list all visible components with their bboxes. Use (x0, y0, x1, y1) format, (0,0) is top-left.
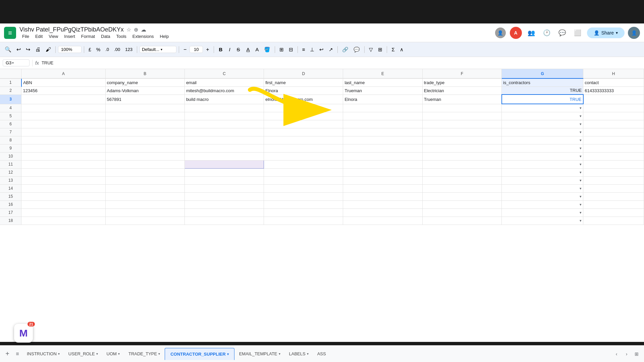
file-title[interactable]: Vishv Patel_FPuPgQizTPbibAOeDKYx (19, 26, 124, 33)
cell-b3[interactable]: 567891 (105, 95, 184, 104)
tab-nav-right[interactable]: › (622, 349, 631, 359)
toolbar-fill-color[interactable]: 🪣 (262, 45, 272, 54)
tab-ass[interactable]: ASS (313, 348, 330, 360)
toolbar-underline[interactable]: A (244, 45, 253, 54)
cell-a1[interactable]: ABN (21, 78, 105, 86)
toolbar-format-123[interactable]: 123 (123, 46, 135, 53)
cell-d2[interactable]: Elnora (264, 86, 343, 95)
menu-data[interactable]: Data (98, 34, 113, 39)
cell-e3[interactable]: Elnora (343, 95, 422, 104)
tab-contractor-supplier[interactable]: CONTRACTOR_SUPPLIER▾ (165, 348, 234, 360)
tab-user-role[interactable]: USER_ROLE▾ (64, 348, 102, 360)
cell-d1[interactable]: first_name (264, 78, 343, 86)
toolbar-bold[interactable]: B (216, 45, 225, 54)
cloud-icon[interactable]: ☁ (141, 26, 146, 33)
toolbar-sum[interactable]: Σ (389, 45, 396, 54)
share-button[interactable]: 👤 Share ▾ (587, 27, 625, 38)
tab-sheet-menu[interactable]: ⊞ (632, 349, 641, 359)
avatar-profile[interactable]: 👤 (628, 27, 640, 39)
toolbar-font-size-plus[interactable]: + (204, 45, 211, 54)
cell-h3[interactable] (583, 95, 644, 104)
toolbar-wrap[interactable]: ↩ (317, 45, 326, 54)
toolbar-decimal-dec[interactable]: .0 (103, 46, 111, 53)
toolbar-more[interactable]: ⊞ (376, 45, 384, 54)
cell-h1[interactable]: contact (583, 78, 644, 86)
cell-g1[interactable]: is_contractors (502, 78, 583, 86)
toolbar-decimal-inc[interactable]: .00 (112, 46, 122, 53)
cell-h2[interactable]: 614333333333 (583, 86, 644, 95)
cell-d3[interactable]: elnora@buildmacro.com (264, 95, 343, 104)
icon-btn-present[interactable]: ⬜ (572, 27, 584, 39)
toolbar-strikethrough[interactable]: S (234, 45, 243, 54)
cell-b1[interactable]: company_name (105, 78, 184, 86)
cell-c1[interactable]: email (184, 78, 264, 86)
toolbar-borders[interactable]: ⊞ (277, 45, 286, 54)
tab-email-template[interactable]: EMAIL_TEMPLATE▾ (235, 348, 284, 360)
col-header-d[interactable]: D (264, 69, 343, 78)
cell-f3[interactable]: Trueman (422, 95, 501, 104)
col-header-g[interactable]: G (502, 69, 583, 78)
col-header-b[interactable]: B (105, 69, 184, 78)
tab-add-button[interactable]: + (3, 349, 12, 359)
tab-labels[interactable]: LABELS▾ (285, 348, 313, 360)
tab-menu-button[interactable]: ≡ (13, 349, 22, 359)
tab-trade-type[interactable]: TRADE_TYPE▾ (124, 348, 164, 360)
cell-b2[interactable]: Adams-Volkman (105, 86, 184, 95)
toolbar-percent[interactable]: % (94, 46, 102, 54)
menu-view[interactable]: View (46, 34, 61, 39)
icon-btn-comment[interactable]: 💬 (556, 27, 568, 39)
toolbar-redo[interactable]: ↪ (24, 45, 32, 54)
toolbar-valign[interactable]: ⊥ (308, 45, 316, 54)
font-size-display[interactable]: 10 (190, 46, 203, 53)
cell-g3-active[interactable] (502, 95, 583, 104)
menu-file[interactable]: File (19, 34, 32, 39)
toolbar-font-size-minus[interactable]: − (181, 45, 189, 54)
toolbar-merge[interactable]: ⊟ (287, 45, 295, 54)
cell-f1[interactable]: trade_type (422, 78, 501, 86)
cell-g2[interactable]: TRUE (502, 86, 583, 95)
col-header-a[interactable]: A (21, 69, 105, 78)
toolbar-search[interactable]: 🔍 (3, 45, 13, 54)
cell-c3[interactable]: build macro (184, 95, 264, 104)
cell-e1[interactable]: last_name (343, 78, 422, 86)
cell-e2[interactable]: Trueman (343, 86, 422, 95)
toolbar-currency[interactable]: £ (87, 46, 93, 54)
font-family-select[interactable]: Default...▾ (140, 46, 176, 53)
toolbar-italic[interactable]: I (226, 45, 233, 54)
zoom-control[interactable]: 100% (58, 46, 82, 53)
col-header-h[interactable]: H (583, 69, 644, 78)
col-header-e[interactable]: E (343, 69, 422, 78)
menu-help[interactable]: Help (157, 34, 171, 39)
menu-tools[interactable]: Tools (113, 34, 129, 39)
tab-uom[interactable]: UOM▾ (103, 348, 124, 360)
toolbar-collapse[interactable]: ∧ (398, 45, 406, 54)
tab-instruction[interactable]: INSTRUCTION▾ (23, 348, 64, 360)
cell-c2[interactable]: mitesh@buildmacro.com (184, 86, 264, 95)
cell-g3-input[interactable] (502, 95, 583, 104)
toolbar-align[interactable]: ≡ (300, 45, 307, 54)
toolbar-comment[interactable]: 💬 (352, 45, 362, 54)
toolbar-rotate[interactable]: ↗ (327, 45, 335, 54)
menu-format[interactable]: Format (78, 34, 98, 39)
tab-nav-left[interactable]: ‹ (612, 349, 621, 359)
toolbar-print[interactable]: 🖨 (33, 45, 43, 54)
cell-c11-highlighted[interactable] (184, 160, 264, 168)
toolbar-paint-format[interactable]: 🖌 (44, 45, 53, 54)
toolbar-text-color[interactable]: A (254, 45, 261, 54)
cell-f2[interactable]: Electrician (422, 86, 501, 95)
menu-extensions[interactable]: Extensions (130, 34, 157, 39)
macro-badge-container[interactable]: M 21 (14, 324, 33, 343)
cell-a2[interactable]: 123456 (21, 86, 105, 95)
cell-reference[interactable]: G3 ▾ (3, 59, 30, 66)
icon-btn-contacts[interactable]: 👥 (525, 27, 537, 39)
menu-edit[interactable]: Edit (33, 34, 45, 39)
icon-btn-history[interactable]: 🕐 (541, 27, 553, 39)
toolbar-filter[interactable]: ▽ (367, 45, 375, 54)
cloud-add-icon[interactable]: ⊕ (134, 26, 138, 33)
cell-a3[interactable] (21, 95, 105, 104)
toolbar-undo[interactable]: ↩ (14, 45, 23, 54)
menu-insert[interactable]: Insert (61, 34, 78, 39)
col-header-f[interactable]: F (422, 69, 501, 78)
col-header-c[interactable]: C (184, 69, 264, 78)
toolbar-link[interactable]: 🔗 (340, 45, 351, 54)
